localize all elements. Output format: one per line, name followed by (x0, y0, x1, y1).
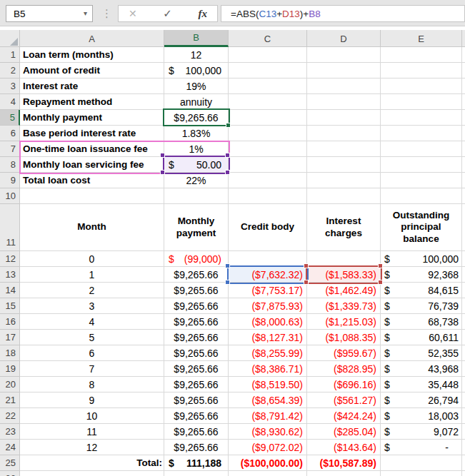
row-header-8[interactable]: 8 (0, 157, 20, 173)
cell-E9[interactable] (381, 173, 462, 188)
cell-D26[interactable] (307, 471, 381, 476)
row-header-3[interactable]: 3 (0, 79, 20, 94)
cell-A14[interactable]: 2 (20, 283, 164, 298)
cell-A18[interactable]: 6 (20, 345, 164, 361)
cell-B12[interactable]: $(99,000) (164, 251, 229, 267)
cell-F22[interactable] (462, 408, 465, 424)
row-header-24[interactable]: 24 (0, 440, 20, 455)
ref-handle[interactable] (160, 153, 165, 158)
cell-C23[interactable]: ($8,930.62) (229, 424, 307, 440)
cell-B22[interactable]: $9,265.66 (164, 408, 229, 424)
cell-B13[interactable]: $9,265.66 (164, 267, 229, 283)
cell-B15[interactable]: $9,265.66 (164, 298, 229, 314)
cell-A17[interactable]: 5 (20, 330, 164, 345)
row-header-21[interactable]: 21 (0, 393, 20, 408)
cell-E10[interactable] (381, 188, 462, 204)
cell-F20[interactable] (462, 377, 465, 393)
cell-D10[interactable] (307, 188, 381, 204)
cell-C12[interactable] (229, 251, 307, 267)
row-header-22[interactable]: 22 (0, 408, 20, 424)
cell-D20[interactable]: ($696.16) (307, 377, 381, 393)
cell-E23[interactable]: $9,072 (381, 424, 462, 440)
cell-E18[interactable]: $52,355 (381, 345, 462, 361)
ref-handle[interactable] (225, 280, 230, 285)
cell-F14[interactable] (462, 283, 465, 298)
cell-C7[interactable] (229, 141, 307, 157)
cell-E1[interactable] (381, 47, 462, 63)
cell-C19[interactable]: ($8,386.71) (229, 361, 307, 377)
cell-B2[interactable]: $100,000 (164, 63, 229, 79)
row-header-12[interactable]: 12 (0, 251, 20, 267)
cell-F26[interactable] (462, 471, 465, 476)
cell-E19[interactable]: $43,968 (381, 361, 462, 377)
cell-C15[interactable]: ($7,875.93) (229, 298, 307, 314)
cell-E7[interactable] (381, 141, 462, 157)
cell-B16[interactable]: $9,265.66 (164, 314, 229, 330)
cell-B9[interactable]: 22% (164, 173, 229, 188)
row-header-6[interactable]: 6 (0, 126, 20, 141)
cell-F24[interactable] (462, 440, 465, 455)
cell-A19[interactable]: 7 (20, 361, 164, 377)
row-header-2[interactable]: 2 (0, 63, 20, 79)
cell-C25[interactable]: ($100,000.00) (229, 455, 307, 471)
cell-D17[interactable]: ($1,088.35) (307, 330, 381, 345)
cell-A26[interactable] (20, 471, 164, 476)
cell-A9[interactable]: Total loan cost (20, 173, 164, 188)
cell-B25[interactable]: $111,188 (164, 455, 229, 471)
cell-B24[interactable]: $9,265.66 (164, 440, 229, 455)
row-header-11[interactable]: 11 (0, 204, 20, 251)
cell-D15[interactable]: ($1,339.73) (307, 298, 381, 314)
cell-D8[interactable] (307, 157, 381, 173)
row-header-25[interactable]: 25 (0, 455, 20, 471)
cell-E12[interactable]: $100,000 (381, 251, 462, 267)
cell-F3[interactable] (462, 79, 465, 94)
cell-E17[interactable]: $60,611 (381, 330, 462, 345)
cell-E2[interactable] (381, 63, 462, 79)
cell-F10[interactable] (462, 188, 465, 204)
cell-A5[interactable]: Monthly payment (20, 110, 164, 126)
cell-D16[interactable]: ($1,215.03) (307, 314, 381, 330)
cell-F2[interactable] (462, 63, 465, 79)
cell-B7[interactable]: 1% (164, 141, 229, 157)
row-header-26[interactable]: 26 (0, 471, 20, 476)
cell-F18[interactable] (462, 345, 465, 361)
cell-B3[interactable]: 19% (164, 79, 229, 94)
cell-D22[interactable]: ($424.24) (307, 408, 381, 424)
cell-D14[interactable]: ($1,462.49) (307, 283, 381, 298)
cell-C4[interactable] (229, 94, 307, 110)
cell-C13[interactable]: ($7,632.32) (229, 267, 307, 283)
cell-A12[interactable]: 0 (20, 251, 164, 267)
row-header-10[interactable]: 10 (0, 188, 20, 204)
cell-A25[interactable]: Total: (20, 455, 164, 471)
cell-F21[interactable] (462, 393, 465, 408)
cell-E4[interactable] (381, 94, 462, 110)
cell-A15[interactable]: 3 (20, 298, 164, 314)
cell-E16[interactable]: $68,738 (381, 314, 462, 330)
fill-handle[interactable] (226, 123, 231, 128)
row-header-9[interactable]: 9 (0, 173, 20, 188)
cell-F7[interactable] (462, 141, 465, 157)
cell-A8[interactable]: Monthly loan servicing fee (20, 157, 164, 173)
cell-C22[interactable]: ($8,791.42) (229, 408, 307, 424)
cell-C21[interactable]: ($8,654.39) (229, 393, 307, 408)
cell-E6[interactable] (381, 126, 462, 141)
cell-A1[interactable]: Loan term (months) (20, 47, 164, 63)
cell-A22[interactable]: 10 (20, 408, 164, 424)
cell-D25[interactable]: ($10,587.89) (307, 455, 381, 471)
cell-D1[interactable] (307, 47, 381, 63)
cell-D13[interactable]: ($1,583.33) (307, 267, 381, 283)
cell-A23[interactable]: 11 (20, 424, 164, 440)
cell-D12[interactable] (307, 251, 381, 267)
cell-C20[interactable]: ($8,519.50) (229, 377, 307, 393)
cell-F4[interactable] (462, 94, 465, 110)
cell-A7[interactable]: One-time loan issuance fee (20, 141, 164, 157)
ref-handle[interactable] (378, 263, 383, 268)
cell-E13[interactable]: $92,368 (381, 267, 462, 283)
cell-C6[interactable] (229, 126, 307, 141)
cell-E5[interactable] (381, 110, 462, 126)
cell-B18[interactable]: $9,265.66 (164, 345, 229, 361)
cell-F5[interactable] (462, 110, 465, 126)
row-header-15[interactable]: 15 (0, 298, 20, 314)
cell-F25[interactable] (462, 455, 465, 471)
cell-C1[interactable] (229, 47, 307, 63)
